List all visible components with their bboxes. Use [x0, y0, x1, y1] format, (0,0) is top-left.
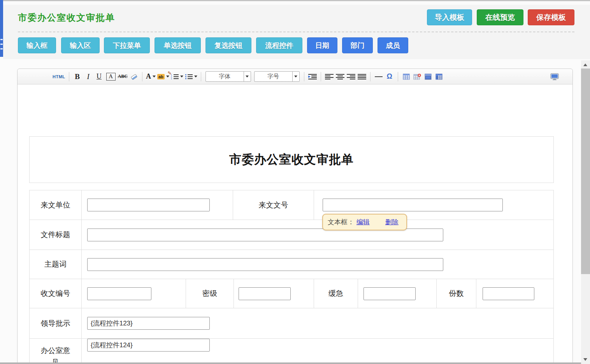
- cell-lingdao-pishi-input: [81, 308, 553, 338]
- font-family-select[interactable]: 字体: [205, 71, 251, 82]
- align-center-button[interactable]: [335, 72, 345, 82]
- label-fenshu: 份数: [436, 279, 476, 308]
- toolbox-dropdown-button[interactable]: 下拉菜单: [104, 37, 150, 53]
- edit-link[interactable]: 编辑: [356, 218, 370, 227]
- bangongshi-yijian-input[interactable]: [87, 339, 210, 352]
- left-edge-mark: [0, 39, 3, 40]
- toolbox-member-button[interactable]: 成员: [378, 37, 408, 53]
- window-bottom-border: [0, 362, 581, 364]
- form-title: 市委办公室收文审批单: [229, 151, 354, 168]
- lingdao-pishi-input[interactable]: [87, 317, 210, 330]
- scrollbar-thumb[interactable]: [581, 69, 590, 274]
- italic-button[interactable]: I: [84, 72, 93, 82]
- horizontal-rule-button[interactable]: [374, 72, 383, 82]
- cell-miji-input: [234, 279, 314, 308]
- font-color-button[interactable]: A: [146, 72, 156, 82]
- align-left-button[interactable]: [325, 72, 334, 82]
- left-edge-panel: [0, 0, 3, 57]
- delete-table-button[interactable]: [413, 72, 422, 82]
- format-a-button[interactable]: A: [106, 73, 116, 81]
- chevron-down-icon: [244, 72, 251, 81]
- save-template-button[interactable]: 保存模板: [528, 9, 574, 25]
- insert-table-button[interactable]: [402, 72, 411, 82]
- miji-input[interactable]: [239, 287, 291, 300]
- ordered-list-button[interactable]: 123: [171, 72, 183, 82]
- label-miji: 密级: [186, 279, 234, 308]
- delete-link[interactable]: 删除: [385, 218, 399, 227]
- toolbox-flow-control-button[interactable]: 流程控件: [256, 37, 302, 53]
- font-size-select[interactable]: 字号: [254, 71, 300, 82]
- toolbar-separator: [398, 72, 398, 81]
- page: 市委办公室收文审批单 导入模板 在线预览 保存模板 输入框 输入区 下拉菜单 单…: [0, 0, 590, 364]
- pencil-icon: ✎: [168, 70, 172, 76]
- vertical-scrollbar[interactable]: [581, 60, 590, 364]
- toolbox-input-box-button[interactable]: 输入框: [18, 37, 56, 53]
- cell-zhutici-input: [81, 250, 553, 279]
- laiwen-wenhao-input[interactable]: [323, 199, 503, 211]
- toolbar-separator: [142, 72, 142, 81]
- rich-text-editor: HTML B I U A ABC A ab✎ 123 字体: [17, 69, 573, 364]
- align-justify-button[interactable]: [357, 72, 367, 82]
- zhutici-input[interactable]: [87, 258, 443, 271]
- toolbox-date-button[interactable]: 日期: [307, 37, 337, 53]
- chevron-down-icon: [153, 76, 156, 77]
- fullscreen-button[interactable]: [550, 72, 559, 82]
- svg-text:3: 3: [171, 77, 172, 80]
- shouwen-bianhao-input[interactable]: [87, 287, 151, 300]
- scroll-up-arrow[interactable]: [583, 63, 587, 66]
- chevron-down-icon: [194, 76, 197, 77]
- left-edge-mark: [0, 44, 3, 45]
- highlight-color-button[interactable]: ab✎: [157, 72, 169, 82]
- toolbar-separator: [321, 72, 321, 81]
- form-table: 来文单位 来文文号 文件标题 主题词: [29, 190, 554, 364]
- label-wenjian-biaoti: 文件标题: [30, 220, 81, 250]
- toolbar-separator: [370, 72, 371, 81]
- label-laiwen-danwei: 来文单位: [30, 190, 81, 220]
- window-top-border: [0, 0, 590, 1]
- source-code-button[interactable]: HTML: [53, 72, 65, 82]
- special-char-button[interactable]: Ω: [385, 72, 394, 82]
- page-title: 市委办公室收文审批单: [18, 12, 115, 24]
- remove-format-eraser-button[interactable]: [129, 72, 139, 82]
- unordered-list-button[interactable]: [185, 72, 197, 82]
- toolbar-separator: [69, 72, 69, 81]
- cell-properties-button[interactable]: [423, 72, 433, 82]
- toolbox-radio-button[interactable]: 单选按钮: [155, 37, 201, 53]
- table-row: 文件标题: [30, 220, 553, 250]
- toolbar-separator: [304, 72, 304, 81]
- form-title-box[interactable]: 市委办公室收文审批单: [29, 136, 554, 183]
- label-bangongshi-yijian: 办公室意见: [30, 339, 81, 364]
- label-zhutici: 主题词: [30, 250, 81, 279]
- huanji-input[interactable]: [363, 287, 416, 300]
- chevron-down-icon: [180, 76, 183, 77]
- toolbox-department-button[interactable]: 部门: [342, 37, 373, 53]
- bold-button[interactable]: B: [73, 72, 82, 82]
- tooltip-label: 文本框：: [328, 218, 354, 227]
- chevron-down-icon: [166, 76, 169, 77]
- cell-laiwen-danwei-input: [81, 190, 233, 220]
- table-properties-button[interactable]: [434, 72, 444, 82]
- laiwen-danwei-input[interactable]: [87, 199, 210, 211]
- label-laiwen-wenhao: 来文文号: [233, 190, 314, 220]
- underline-button[interactable]: U: [95, 72, 104, 82]
- textbox-context-tooltip: 文本框： 编辑 删除: [322, 214, 407, 230]
- cell-bangongshi-yijian-input: [81, 339, 553, 364]
- table-row: 领导批示: [30, 308, 553, 338]
- online-preview-button[interactable]: 在线预览: [477, 9, 523, 25]
- import-template-button[interactable]: 导入模板: [427, 9, 472, 25]
- table-row: 主题词: [30, 250, 553, 279]
- fenshu-input[interactable]: [483, 287, 534, 300]
- cell-wenjian-biaoti-input: [81, 220, 553, 250]
- label-shouwen-bianhao: 收文编号: [30, 279, 81, 308]
- strikethrough-button[interactable]: ABC: [118, 72, 128, 82]
- toolbar-separator: [201, 72, 201, 81]
- scroll-down-arrow[interactable]: [583, 358, 587, 361]
- indent-button[interactable]: [308, 72, 317, 82]
- align-right-button[interactable]: [346, 72, 356, 82]
- table-row: 收文编号 密级 缓急 份数: [30, 279, 553, 308]
- header-divider: [18, 32, 574, 32]
- table-row: 办公室意见: [30, 338, 553, 364]
- cell-shouwen-bianhao-input: [81, 279, 186, 308]
- toolbox-checkbox-button[interactable]: 复选按钮: [205, 37, 251, 53]
- toolbox-input-area-button[interactable]: 输入区: [61, 37, 100, 53]
